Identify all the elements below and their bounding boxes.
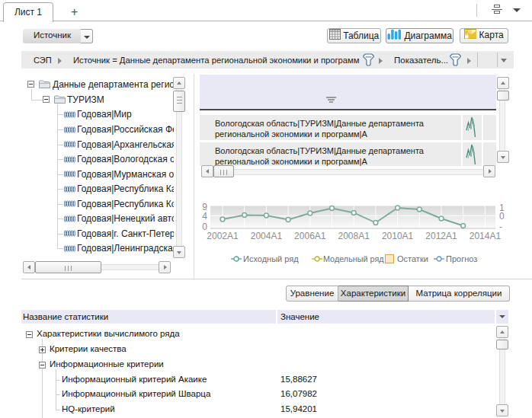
svg-text:2008A1: 2008A1 bbox=[338, 231, 370, 241]
svg-text:2002A1: 2002A1 bbox=[207, 231, 239, 241]
svg-text:2014A1: 2014A1 bbox=[470, 231, 502, 241]
svg-text:2010A1: 2010A1 bbox=[382, 231, 414, 241]
svg-text:4: 4 bbox=[202, 211, 207, 222]
svg-text:0: 0 bbox=[499, 211, 505, 222]
svg-text:2006A1: 2006A1 bbox=[294, 231, 326, 241]
svg-text:2012A1: 2012A1 bbox=[425, 231, 457, 241]
svg-text:2004A1: 2004A1 bbox=[251, 231, 283, 241]
